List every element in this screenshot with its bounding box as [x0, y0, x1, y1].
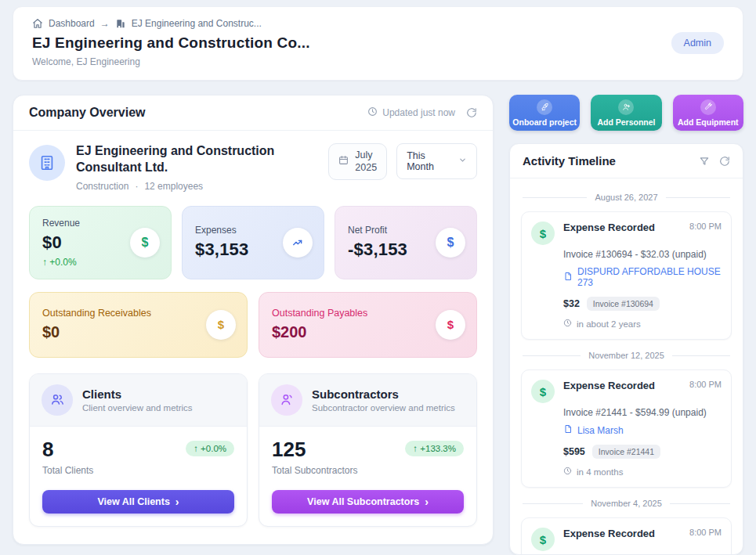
company-name: EJ Engineering and Construction Consulta… [76, 143, 317, 176]
company-overview-panel: Company Overview Updated just now EJ Eng… [13, 95, 494, 545]
entry-title: Expense Recorded [563, 528, 655, 539]
entry-due-label: in about 2 years [577, 319, 641, 329]
breadcrumb-arrow: → [100, 18, 110, 29]
overview-title: Company Overview [29, 106, 146, 120]
receivables-label: Outstanding Receivables [42, 308, 234, 319]
onboard-project-button[interactable]: Onboard project [509, 95, 580, 131]
clients-card-body: 8 ↑ +0.0% Total Clients View All Clients… [30, 427, 247, 526]
dollar-icon: $ [436, 310, 465, 340]
entry-time: 8:00 PM [689, 380, 722, 389]
person-add-icon [618, 99, 634, 115]
timeline-header: Activity Timeline [510, 144, 743, 178]
entry-invoice-badge: Invoice #21441 [592, 445, 660, 459]
entry-header: $ Expense Recorded 8:00 PM [531, 222, 722, 245]
net-profit-card: Net Profit -$3,153 $ [335, 206, 477, 279]
role-badge: Admin [671, 32, 724, 54]
entry-link[interactable]: Lisa Marsh [563, 424, 722, 436]
view-all-clients-button[interactable]: View All Clients › [42, 490, 234, 514]
onboard-project-label: Onboard project [512, 117, 577, 127]
net-profit-value: -$3,153 [348, 240, 407, 260]
entry-amount-row: $595 Invoice #21441 [563, 445, 722, 459]
clients-count-label: Total Clients [42, 465, 234, 476]
metric-cards: Revenue $0 ↑ +0.0% $ Expenses $3,153 [29, 206, 477, 279]
breadcrumb: Dashboard → EJ Engineering and Construc.… [32, 18, 310, 29]
entry-link-label: Lisa Marsh [577, 425, 624, 436]
dollar-icon: $ [130, 228, 160, 258]
subcontractors-stats: 125 ↑ +133.3% [272, 438, 464, 462]
right-column: Onboard project Add Personnel Add Equipm… [509, 95, 743, 555]
entry-title: Expense Recorded [563, 222, 655, 233]
welcome-text: Welcome, EJ Engineering [32, 56, 310, 67]
period-value: This Month [407, 150, 450, 172]
building-icon [115, 18, 126, 29]
entry-time: 8:00 PM [689, 528, 722, 537]
clients-change-badge: ↑ +0.0% [186, 441, 234, 456]
period-select[interactable]: This Month [396, 143, 477, 179]
date-year: 2025 [355, 162, 377, 173]
company-info: EJ Engineering and Construction Consulta… [76, 143, 317, 192]
clients-card: Clients Client overview and metrics 8 ↑ … [29, 373, 248, 527]
period-controls: July 2025 This Month [328, 143, 477, 180]
date-value: July 2025 [355, 149, 377, 175]
date-picker[interactable]: July 2025 [328, 143, 387, 180]
subcontractors-card-header: Subcontractors Subcontractor overview an… [259, 374, 476, 427]
dollar-icon: $ [531, 380, 555, 403]
page-title: EJ Engineering and Construction Co... [32, 34, 310, 52]
net-profit-content: Net Profit -$3,153 [348, 225, 407, 260]
clients-subtitle: Client overview and metrics [82, 403, 193, 413]
meta-dot: · [135, 181, 138, 192]
entry-header: $ Expense Recorded 8:00 PM [531, 380, 722, 403]
expenses-value: $3,153 [195, 240, 249, 260]
subcontractors-heading: Subcontractors Subcontractor overview an… [312, 387, 455, 413]
timeline-tools [699, 156, 730, 167]
timeline-body: August 26, 2027 $ Expense Recorded 8:00 … [510, 178, 743, 554]
timeline-date-divider: August 26, 2027 [523, 193, 730, 202]
home-icon [32, 18, 43, 29]
expenses-content: Expenses $3,153 [195, 225, 249, 260]
entry-link[interactable]: DISPURD AFFORDABLE HOUSE 273 [563, 266, 722, 288]
user-icon [271, 384, 302, 416]
main-content: Company Overview Updated just now EJ Eng… [13, 95, 743, 555]
file-icon [563, 424, 573, 436]
refresh-icon[interactable] [466, 107, 477, 118]
entry-detail: Invoice #21441 - $594.99 (unpaid) [563, 407, 722, 418]
view-all-subcontractors-button[interactable]: View All Subcontractors › [272, 490, 464, 514]
timeline-entry: $ Expense Recorded 8:00 PM Invoice #PCV-… [521, 517, 732, 554]
dollar-icon: $ [436, 228, 465, 258]
subcontractors-card: Subcontractors Subcontractor overview an… [259, 373, 477, 527]
entry-due: in about 2 years [563, 319, 722, 329]
file-icon [563, 272, 573, 283]
revenue-change: ↑ +0.0% [42, 257, 80, 268]
add-personnel-button[interactable]: Add Personnel [591, 95, 661, 131]
filter-icon[interactable] [699, 156, 710, 167]
revenue-value: $0 [42, 232, 80, 253]
rocket-icon [537, 99, 552, 115]
timeline-entry: $ Expense Recorded 8:00 PM Invoice #1306… [521, 211, 732, 340]
entry-amount: $32 [563, 298, 580, 309]
calendar-icon [338, 154, 349, 168]
breadcrumb-current[interactable]: EJ Engineering and Construc... [132, 18, 262, 29]
add-equipment-button[interactable]: Add Equipment [673, 95, 743, 131]
timeline-entry: $ Expense Recorded 8:00 PM Invoice #2144… [521, 369, 732, 488]
entry-title: Expense Recorded [563, 380, 655, 391]
company-summary: EJ Engineering and Construction Consulta… [29, 143, 477, 192]
expenses-label: Expenses [195, 225, 249, 236]
revenue-content: Revenue $0 ↑ +0.0% [42, 218, 80, 268]
activity-timeline-panel: Activity Timeline August 26, 2027 $ Expe… [509, 143, 743, 555]
trending-up-icon [283, 228, 313, 258]
chevron-right-icon: › [425, 496, 429, 508]
breadcrumb-dashboard[interactable]: Dashboard [49, 18, 95, 29]
add-equipment-label: Add Equipment [678, 117, 739, 127]
quick-actions: Onboard project Add Personnel Add Equipm… [509, 95, 743, 131]
entry-due-label: in 4 months [577, 467, 623, 477]
company-employees: 12 employees [144, 181, 203, 192]
outstanding-payables-card: Outstanding Payables $200 $ [259, 292, 477, 358]
expenses-card: Expenses $3,153 [182, 206, 324, 279]
clients-stats: 8 ↑ +0.0% [42, 438, 234, 462]
refresh-icon[interactable] [719, 156, 730, 167]
page-header: Dashboard → EJ Engineering and Construc.… [13, 6, 743, 81]
entity-cards: Clients Client overview and metrics 8 ↑ … [29, 373, 477, 527]
dollar-icon: $ [531, 222, 555, 245]
clock-icon [563, 319, 572, 329]
clients-title: Clients [82, 387, 193, 401]
